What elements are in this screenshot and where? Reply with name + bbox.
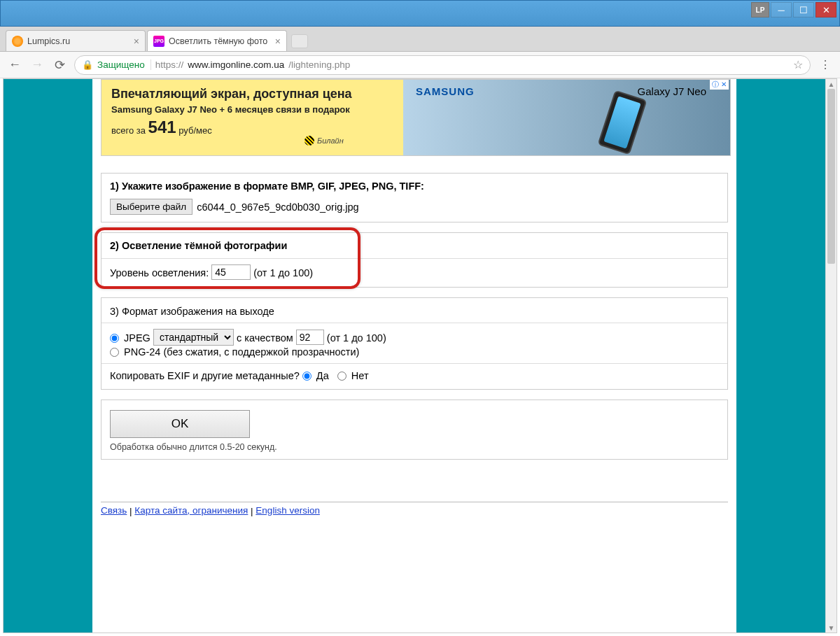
adchoices-icon[interactable]: ⓘ ✕	[710, 80, 729, 90]
tab-close-icon[interactable]: ×	[134, 36, 139, 47]
level-label: Уровень осветления:	[110, 267, 209, 278]
footer-link-english[interactable]: English version	[255, 505, 320, 516]
radio-exif-yes[interactable]	[302, 372, 312, 381]
forward-button: →	[29, 57, 45, 73]
ad-banner[interactable]: Впечатляющий экран, доступная цена Samsu…	[101, 79, 731, 156]
jpeg-quality-input[interactable]	[296, 330, 324, 345]
secure-label: Защищено	[97, 59, 151, 70]
scroll-up-icon[interactable]: ▲	[826, 79, 836, 89]
section-step2: 2) Осветление тёмной фотографии Уровень …	[101, 232, 728, 288]
reload-button[interactable]: ⟳	[52, 57, 67, 73]
ok-button[interactable]: OK	[110, 410, 250, 438]
processing-note: Обработка обычно длится 0.5-20 секунд.	[110, 442, 719, 452]
url-path: /lightening.php	[288, 59, 350, 70]
browser-window: LP ─ ☐ ✕ Lumpics.ru × JPG Осветлить тёмн…	[0, 0, 840, 636]
page-background: Впечатляющий экран, доступная цена Samsu…	[4, 79, 825, 633]
tab-lumpics[interactable]: Lumpics.ru ×	[6, 30, 146, 51]
tab-title: Lumpics.ru	[27, 36, 130, 46]
exif-label: Копировать EXIF и другие метаданные?	[110, 371, 302, 382]
tab-imgonline[interactable]: JPG Осветлить тёмную фото ×	[147, 30, 287, 51]
footer-link-contact[interactable]: Связь	[101, 505, 127, 516]
new-tab-button[interactable]	[291, 34, 308, 48]
png-row: PNG-24 (без сжатия, с поддержкой прозрач…	[110, 346, 719, 358]
exif-row: Копировать EXIF и другие метаданные? Да …	[110, 369, 719, 381]
tab-bar: Lumpics.ru × JPG Осветлить тёмную фото ×	[0, 27, 840, 52]
step2-title: 2) Осветление тёмной фотографии	[110, 240, 719, 251]
level-hint: (от 1 до 100)	[253, 267, 313, 278]
ad-carrier: Билайн	[304, 136, 344, 146]
section-step3: 3) Формат изображения на выходе JPEG ста…	[101, 297, 728, 390]
tab-close-icon[interactable]: ×	[275, 36, 281, 47]
footer: Связь | Карта сайта, ограничения | Engli…	[101, 502, 728, 516]
chosen-filename: c6044_0_967e5_9cd0b030_orig.jpg	[197, 202, 358, 213]
quality-label: с качеством	[237, 332, 296, 344]
quality-hint: (от 1 до 100)	[327, 332, 386, 344]
exif-yes-label: Да	[316, 371, 329, 382]
address-bar: ← → ⟳ 🔒 Защищено https://www.imgonline.c…	[0, 52, 840, 78]
beeline-icon	[304, 136, 314, 146]
exif-no-label: Нет	[351, 371, 369, 382]
favicon-lumpics	[12, 36, 23, 47]
url-host: www.imgonline.com.ua	[188, 59, 284, 70]
url-box[interactable]: 🔒 Защищено https://www.imgonline.com.ua/…	[74, 55, 811, 75]
lock-icon: 🔒	[82, 59, 93, 70]
vertical-scrollbar[interactable]: ▲ ▼	[825, 79, 836, 633]
maximize-button[interactable]: ☐	[793, 2, 814, 17]
lp-badge: LP	[751, 2, 769, 17]
jpeg-subsampling-select[interactable]: стандартный	[153, 329, 234, 346]
back-button[interactable]: ←	[7, 57, 22, 73]
lightening-level-input[interactable]	[211, 264, 251, 280]
radio-png[interactable]	[110, 348, 119, 357]
viewport: Впечатляющий экран, доступная цена Samsu…	[3, 78, 837, 633]
ad-model: Galaxy J7 Neo	[638, 85, 706, 97]
ad-brand: SAMSUNG	[416, 85, 475, 97]
choose-file-button[interactable]: Выберите файл	[110, 199, 192, 215]
footer-link-sitemap[interactable]: Карта сайта, ограничения	[134, 505, 248, 516]
png-label: PNG-24 (без сжатия, с поддержкой прозрач…	[124, 346, 359, 358]
window-titlebar: LP ─ ☐ ✕	[0, 0, 840, 27]
jpeg-row: JPEG стандартный с качеством (от 1 до 10…	[110, 329, 719, 346]
jpeg-label: JPEG	[124, 332, 150, 344]
page-content: Впечатляющий экран, доступная цена Samsu…	[92, 79, 736, 633]
window-close-button[interactable]: ✕	[816, 2, 836, 17]
radio-jpeg[interactable]	[110, 334, 119, 343]
scroll-down-icon[interactable]: ▼	[826, 623, 836, 633]
step1-title: 1) Укажите изображение в формате BMP, GI…	[110, 181, 719, 192]
radio-exif-no[interactable]	[337, 372, 346, 381]
minimize-button[interactable]: ─	[771, 2, 792, 17]
section-step1: 1) Укажите изображение в формате BMP, GI…	[101, 173, 728, 222]
bookmark-star-icon[interactable]: ☆	[793, 58, 803, 71]
step3-title: 3) Формат изображения на выходе	[110, 306, 274, 317]
favicon-jpg: JPG	[153, 36, 164, 47]
scrollbar-thumb[interactable]	[827, 89, 835, 264]
browser-menu-icon[interactable]: ⋮	[818, 58, 833, 71]
tab-title: Осветлить тёмную фото	[169, 36, 271, 46]
section-submit: OK Обработка обычно длится 0.5-20 секунд…	[101, 400, 728, 460]
url-protocol: https://	[155, 59, 184, 70]
